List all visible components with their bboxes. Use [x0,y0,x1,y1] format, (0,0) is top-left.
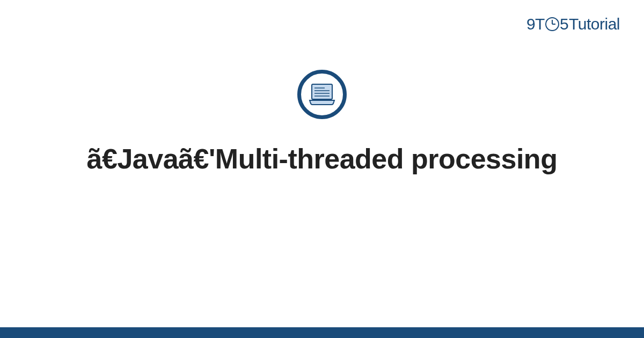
footer-bar [0,327,644,338]
clock-icon [545,17,559,31]
laptop-icon [297,70,347,119]
logo-suffix: 5 [560,15,568,33]
logo-word: Tutorial [569,15,620,33]
svg-rect-0 [312,84,332,99]
site-logo: 9T 5 Tutorial [526,15,620,33]
laptop-svg [309,83,335,106]
main-content: ã€Javaã€'Multi-threaded processing [0,70,644,177]
logo-prefix: 9T [526,15,545,33]
page-title: ã€Javaã€'Multi-threaded processing [87,142,558,177]
